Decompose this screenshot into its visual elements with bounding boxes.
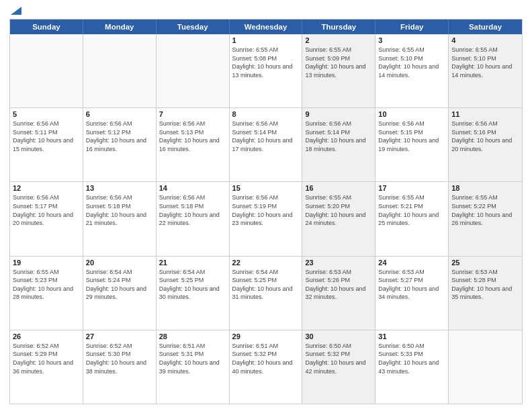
cell-info: Sunrise: 6:56 AMSunset: 5:17 PMDaylight:… — [13, 193, 80, 227]
day-number: 12 — [13, 184, 80, 192]
day-number: 24 — [378, 259, 445, 267]
cal-cell: 2Sunrise: 6:55 AMSunset: 5:09 PMDaylight… — [302, 34, 375, 107]
cal-cell — [10, 34, 83, 107]
cal-cell: 16Sunrise: 6:55 AMSunset: 5:20 PMDayligh… — [302, 182, 375, 255]
week-row-4: 26Sunrise: 6:52 AMSunset: 5:29 PMDayligh… — [10, 330, 522, 404]
svg-marker-0 — [11, 7, 21, 15]
cal-cell: 5Sunrise: 6:56 AMSunset: 5:11 PMDaylight… — [10, 108, 83, 181]
day-number: 6 — [86, 110, 153, 118]
cell-info: Sunrise: 6:52 AMSunset: 5:30 PMDaylight:… — [86, 342, 153, 375]
header-day-sunday: Sunday — [10, 19, 83, 34]
cell-info: Sunrise: 6:55 AMSunset: 5:20 PMDaylight:… — [305, 193, 372, 227]
cal-cell: 9Sunrise: 6:56 AMSunset: 5:14 PMDaylight… — [302, 108, 375, 181]
cal-cell: 3Sunrise: 6:55 AMSunset: 5:10 PMDaylight… — [375, 34, 449, 107]
day-number: 25 — [451, 259, 519, 267]
day-number: 30 — [305, 332, 372, 340]
day-number: 7 — [159, 110, 226, 118]
cell-info: Sunrise: 6:56 AMSunset: 5:18 PMDaylight:… — [159, 193, 226, 227]
calendar: SundayMondayTuesdayWednesdayThursdayFrid… — [9, 19, 523, 404]
cal-cell: 14Sunrise: 6:56 AMSunset: 5:18 PMDayligh… — [157, 182, 230, 255]
cal-cell: 18Sunrise: 6:55 AMSunset: 5:22 PMDayligh… — [449, 182, 522, 255]
cell-info: Sunrise: 6:54 AMSunset: 5:25 PMDaylight:… — [159, 268, 226, 302]
cal-cell: 17Sunrise: 6:55 AMSunset: 5:21 PMDayligh… — [375, 182, 449, 255]
day-number: 9 — [305, 110, 372, 118]
cell-info: Sunrise: 6:55 AMSunset: 5:08 PMDaylight:… — [232, 46, 300, 79]
cell-info: Sunrise: 6:56 AMSunset: 5:13 PMDaylight:… — [159, 120, 226, 153]
cell-info: Sunrise: 6:56 AMSunset: 5:18 PMDaylight:… — [86, 193, 153, 227]
cal-cell: 23Sunrise: 6:53 AMSunset: 5:26 PMDayligh… — [302, 257, 375, 330]
header-day-saturday: Saturday — [449, 19, 522, 34]
cell-info: Sunrise: 6:50 AMSunset: 5:32 PMDaylight:… — [305, 342, 372, 375]
cal-cell: 29Sunrise: 6:51 AMSunset: 5:32 PMDayligh… — [230, 330, 303, 404]
calendar-body: 1Sunrise: 6:55 AMSunset: 5:08 PMDaylight… — [10, 34, 522, 404]
cell-info: Sunrise: 6:51 AMSunset: 5:32 PMDaylight:… — [232, 342, 300, 375]
day-number: 29 — [232, 332, 300, 340]
cal-cell: 1Sunrise: 6:55 AMSunset: 5:08 PMDaylight… — [230, 34, 303, 107]
day-number: 23 — [305, 259, 372, 267]
day-number: 31 — [378, 332, 445, 340]
cal-cell: 24Sunrise: 6:53 AMSunset: 5:27 PMDayligh… — [375, 257, 449, 330]
cell-info: Sunrise: 6:54 AMSunset: 5:24 PMDaylight:… — [86, 268, 153, 302]
header-day-thursday: Thursday — [302, 19, 375, 34]
header-day-monday: Monday — [83, 19, 157, 34]
day-number: 22 — [232, 259, 300, 267]
cell-info: Sunrise: 6:56 AMSunset: 5:11 PMDaylight:… — [13, 120, 80, 153]
cal-cell: 10Sunrise: 6:56 AMSunset: 5:15 PMDayligh… — [375, 108, 449, 181]
cal-cell: 8Sunrise: 6:56 AMSunset: 5:14 PMDaylight… — [230, 108, 303, 181]
cell-info: Sunrise: 6:56 AMSunset: 5:19 PMDaylight:… — [232, 193, 300, 227]
day-number: 14 — [159, 184, 226, 192]
header-day-friday: Friday — [375, 19, 449, 34]
day-number: 20 — [86, 259, 153, 267]
cal-cell: 31Sunrise: 6:50 AMSunset: 5:33 PMDayligh… — [375, 330, 449, 404]
calendar-header-row: SundayMondayTuesdayWednesdayThursdayFrid… — [10, 19, 522, 34]
cell-info: Sunrise: 6:55 AMSunset: 5:23 PMDaylight:… — [13, 268, 80, 302]
cell-info: Sunrise: 6:53 AMSunset: 5:28 PMDaylight:… — [451, 268, 519, 302]
cell-info: Sunrise: 6:55 AMSunset: 5:22 PMDaylight:… — [451, 193, 519, 227]
cell-info: Sunrise: 6:55 AMSunset: 5:09 PMDaylight:… — [305, 46, 372, 79]
week-row-3: 19Sunrise: 6:55 AMSunset: 5:23 PMDayligh… — [10, 257, 522, 330]
cell-info: Sunrise: 6:55 AMSunset: 5:10 PMDaylight:… — [451, 46, 519, 79]
cell-info: Sunrise: 6:55 AMSunset: 5:10 PMDaylight:… — [378, 46, 445, 79]
day-number: 16 — [305, 184, 372, 192]
cal-cell — [83, 34, 157, 107]
cal-cell: 27Sunrise: 6:52 AMSunset: 5:30 PMDayligh… — [83, 330, 157, 404]
cal-cell: 25Sunrise: 6:53 AMSunset: 5:28 PMDayligh… — [449, 257, 522, 330]
cell-info: Sunrise: 6:56 AMSunset: 5:12 PMDaylight:… — [86, 120, 153, 153]
day-number: 26 — [13, 332, 80, 340]
cal-cell: 26Sunrise: 6:52 AMSunset: 5:29 PMDayligh… — [10, 330, 83, 404]
cal-cell: 15Sunrise: 6:56 AMSunset: 5:19 PMDayligh… — [230, 182, 303, 255]
cell-info: Sunrise: 6:56 AMSunset: 5:16 PMDaylight:… — [451, 120, 519, 153]
week-row-2: 12Sunrise: 6:56 AMSunset: 5:17 PMDayligh… — [10, 182, 522, 256]
day-number: 1 — [232, 36, 300, 44]
cal-cell: 12Sunrise: 6:56 AMSunset: 5:17 PMDayligh… — [10, 182, 83, 255]
cell-info: Sunrise: 6:52 AMSunset: 5:29 PMDaylight:… — [13, 342, 80, 375]
day-number: 2 — [305, 36, 372, 44]
cal-cell — [449, 330, 522, 404]
cal-cell: 30Sunrise: 6:50 AMSunset: 5:32 PMDayligh… — [302, 330, 375, 404]
week-row-1: 5Sunrise: 6:56 AMSunset: 5:11 PMDaylight… — [10, 108, 522, 182]
day-number: 10 — [378, 110, 445, 118]
cell-info: Sunrise: 6:55 AMSunset: 5:21 PMDaylight:… — [378, 193, 445, 227]
cell-info: Sunrise: 6:56 AMSunset: 5:14 PMDaylight:… — [232, 120, 300, 153]
cal-cell: 20Sunrise: 6:54 AMSunset: 5:24 PMDayligh… — [83, 257, 157, 330]
cal-cell: 7Sunrise: 6:56 AMSunset: 5:13 PMDaylight… — [157, 108, 230, 181]
header-day-wednesday: Wednesday — [230, 19, 303, 34]
cal-cell: 22Sunrise: 6:54 AMSunset: 5:25 PMDayligh… — [230, 257, 303, 330]
day-number: 5 — [13, 110, 80, 118]
day-number: 3 — [378, 36, 445, 44]
header — [9, 7, 523, 15]
day-number: 27 — [86, 332, 153, 340]
cell-info: Sunrise: 6:56 AMSunset: 5:14 PMDaylight:… — [305, 120, 372, 153]
cal-cell: 11Sunrise: 6:56 AMSunset: 5:16 PMDayligh… — [449, 108, 522, 181]
cell-info: Sunrise: 6:53 AMSunset: 5:26 PMDaylight:… — [305, 268, 372, 302]
cal-cell — [157, 34, 230, 107]
week-row-0: 1Sunrise: 6:55 AMSunset: 5:08 PMDaylight… — [10, 34, 522, 108]
cal-cell: 28Sunrise: 6:51 AMSunset: 5:31 PMDayligh… — [157, 330, 230, 404]
header-day-tuesday: Tuesday — [157, 19, 230, 34]
cal-cell: 21Sunrise: 6:54 AMSunset: 5:25 PMDayligh… — [157, 257, 230, 330]
logo — [9, 7, 21, 15]
cell-info: Sunrise: 6:56 AMSunset: 5:15 PMDaylight:… — [378, 120, 445, 153]
day-number: 19 — [13, 259, 80, 267]
day-number: 21 — [159, 259, 226, 267]
cal-cell: 6Sunrise: 6:56 AMSunset: 5:12 PMDaylight… — [83, 108, 157, 181]
